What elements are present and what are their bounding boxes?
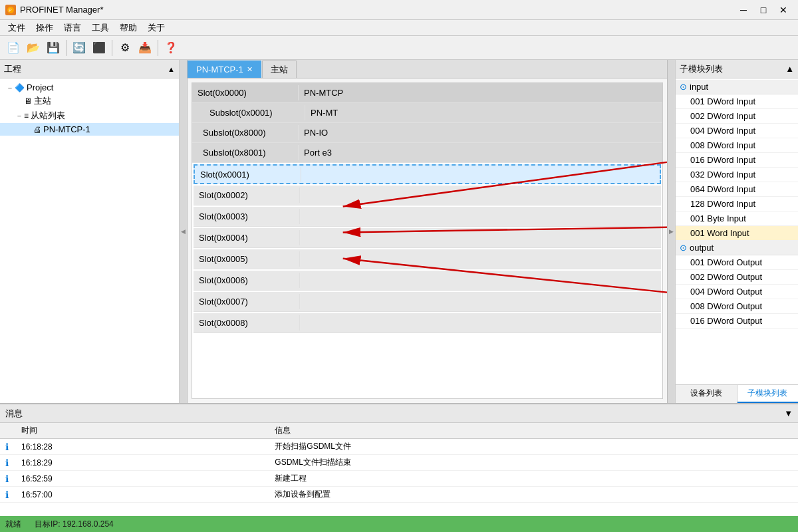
refresh-button[interactable]: 🔄 xyxy=(70,39,88,57)
slot-row-0x0008[interactable]: Slot(0x0008) xyxy=(194,313,661,333)
slot-row-0x0007[interactable]: Slot(0x0007) xyxy=(194,292,661,312)
msg-col-icon xyxy=(0,423,16,439)
sm-item-008-dword-input[interactable]: 008 DWord Input xyxy=(676,138,798,153)
help-button[interactable]: ❓ xyxy=(162,39,180,57)
expand-project[interactable]: − xyxy=(5,84,15,92)
tab-pn-mtcp-1-close[interactable]: ✕ xyxy=(247,65,253,74)
msg-row-4: ℹ 16:57:00 添加设备到配置 xyxy=(0,487,798,503)
stop-button[interactable]: ⬛ xyxy=(90,39,108,57)
right-panel-tabs: 设备列表 子模块列表 xyxy=(676,384,798,403)
slot-row-0x0002[interactable]: Slot(0x0002) xyxy=(194,186,661,205)
message-panel-collapse[interactable]: ▼ xyxy=(784,408,793,418)
sm-item-016-dword-input[interactable]: 016 DWord Input xyxy=(676,153,798,168)
open-button[interactable]: 📂 xyxy=(24,39,43,57)
save-button[interactable]: 💾 xyxy=(44,39,63,57)
menu-item-工具[interactable]: 工具 xyxy=(86,21,114,35)
menu-item-关于[interactable]: 关于 xyxy=(142,21,170,35)
msg-row-1: ℹ 16:18:28 开始扫描GSDML文件 xyxy=(0,439,798,455)
slot-row-0x0000[interactable]: Slot(0x0000) PN-MTCP xyxy=(192,83,662,103)
subslot-row-0x8001[interactable]: Subslot(0x8001) Port e3 xyxy=(192,143,662,163)
slot-row-0x0004[interactable]: Slot(0x0004) xyxy=(194,228,661,248)
svg-text:P: P xyxy=(9,8,12,13)
status-ready: 就绪 xyxy=(5,519,21,530)
new-button[interactable]: 📄 xyxy=(4,39,23,57)
subslot-val-0x0001: PN-MT xyxy=(305,105,662,120)
menu-item-帮助[interactable]: 帮助 xyxy=(114,21,142,35)
tab-pn-mtcp-1[interactable]: PN-MTCP-1 ✕ xyxy=(188,61,261,78)
expand-slave-list[interactable]: − xyxy=(15,112,24,120)
sm-item-004-dword-output[interactable]: 004 DWord Output xyxy=(676,285,798,299)
import-button[interactable]: 📥 xyxy=(136,39,154,57)
status-bar: 就绪 目标IP: 192.168.0.254 xyxy=(0,516,798,532)
minimize-button[interactable]: ─ xyxy=(734,3,753,17)
slot-val-0x0004 xyxy=(300,235,661,241)
slot-val-0x0007 xyxy=(300,299,661,305)
message-scroll[interactable]: 时间 信息 ℹ 16:18:28 开始扫描GSDML文件 ℹ 16:18:29 … xyxy=(0,423,798,516)
sm-item-016-dword-output[interactable]: 016 DWord Output xyxy=(676,314,798,329)
sm-item-004-dword-input[interactable]: 004 DWord Input xyxy=(676,124,798,138)
sm-item-002-dword-output[interactable]: 002 DWord Output xyxy=(676,270,798,285)
right-panel-resize[interactable]: ▶ xyxy=(667,60,675,403)
maximize-button[interactable]: □ xyxy=(754,3,773,17)
submodule-panel-collapse[interactable]: ▲ xyxy=(785,64,794,74)
sm-item-001-dword-output[interactable]: 001 DWord Output xyxy=(676,255,798,270)
output-group-header[interactable]: ⊙ output xyxy=(676,241,798,255)
slot-row-0x0005[interactable]: Slot(0x0005) xyxy=(194,249,661,269)
target-ip-label: 目标IP: xyxy=(35,519,61,529)
msg-text-1: 开始扫描GSDML文件 xyxy=(269,439,798,455)
project-panel-collapse[interactable]: ▲ xyxy=(168,65,175,73)
slot-container: Slot(0x0000) PN-MTCP Subslot(0x0001) PN-… xyxy=(192,82,663,399)
sm-item-032-dword-input[interactable]: 032 DWord Input xyxy=(676,168,798,182)
close-button[interactable]: ✕ xyxy=(774,3,793,17)
rp-tab-device-list[interactable]: 设备列表 xyxy=(676,385,737,403)
sm-item-064-dword-input[interactable]: 064 DWord Input xyxy=(676,182,798,197)
status-target-ip: 目标IP: 192.168.0.254 xyxy=(35,519,114,530)
sm-item-002-dword-input[interactable]: 002 DWord Input xyxy=(676,109,798,124)
project-tree: − 🔷 Project 🖥 主站 − ≡ 从站列表 🖨 PN-MTCP- xyxy=(0,78,179,403)
msg-time-2: 16:18:29 xyxy=(16,455,269,471)
subslot-row-0x8000[interactable]: Subslot(0x8000) PN-IO xyxy=(192,123,662,143)
sm-item-001-dword-input[interactable]: 001 DWord Input xyxy=(676,94,798,109)
bottom-panel: 消息 ▼ 时间 信息 ℹ 16:18:28 开始扫描GSDML文件 ℹ 16 xyxy=(0,403,798,516)
project-panel-title: 工程 xyxy=(4,63,21,75)
expand-master[interactable] xyxy=(15,97,24,105)
tree-item-slave-list[interactable]: − ≡ 从站列表 xyxy=(0,108,179,123)
tab-master[interactable]: 主站 xyxy=(262,61,297,78)
msg-icon-2: ℹ xyxy=(0,455,16,471)
sm-item-001-word-input[interactable]: 001 Word Input xyxy=(676,226,798,241)
sm-item-008-dword-output[interactable]: 008 DWord Output xyxy=(676,299,798,314)
message-panel-title: 消息 xyxy=(5,408,23,420)
tree-item-pn-mtcp-1[interactable]: 🖨 PN-MTCP-1 xyxy=(0,123,179,136)
menu-bar: 文件操作语言工具帮助关于 xyxy=(0,20,798,36)
slot-val-0x0006 xyxy=(300,278,661,283)
toolbar-sep-2 xyxy=(112,40,112,56)
msg-icon-3: ℹ xyxy=(0,471,16,487)
toolbar-sep-1 xyxy=(66,40,66,56)
slot-name-0x0001: Slot(0x0001) xyxy=(195,167,301,182)
tree-label-master: 主站 xyxy=(34,95,51,107)
input-group-header[interactable]: ⊙ input xyxy=(676,80,798,94)
expand-pn-mtcp-1[interactable] xyxy=(24,126,33,134)
slot-row-0x0006[interactable]: Slot(0x0006) xyxy=(194,271,661,291)
left-panel-resize[interactable]: ◀ xyxy=(180,60,188,403)
menu-item-操作[interactable]: 操作 xyxy=(31,21,59,35)
rp-tab-submodule-list[interactable]: 子模块列表 xyxy=(737,385,799,403)
tree-item-project[interactable]: − 🔷 Project xyxy=(0,81,179,94)
tree-item-master[interactable]: 🖥 主站 xyxy=(0,94,179,108)
tab-pn-mtcp-1-label: PN-MTCP-1 xyxy=(196,65,243,74)
master-icon: 🖥 xyxy=(24,96,32,106)
subslot-name-0x0001: Subslot(0x0001) xyxy=(199,105,305,120)
submodule-list: ⊙ input 001 DWord Input 002 DWord Input … xyxy=(676,78,798,384)
menu-item-文件[interactable]: 文件 xyxy=(3,21,31,35)
sm-item-128-dword-input[interactable]: 128 DWord Input xyxy=(676,197,798,211)
title-bar: P PROFINET Manager* ─ □ ✕ xyxy=(0,0,798,20)
slot-row-0x0001[interactable]: Slot(0x0001) xyxy=(194,164,661,184)
menu-item-语言[interactable]: 语言 xyxy=(59,21,86,35)
settings-button[interactable]: ⚙ xyxy=(116,39,134,57)
sm-item-001-byte-input[interactable]: 001 Byte Input xyxy=(676,211,798,226)
message-panel-header: 消息 ▼ xyxy=(0,404,798,423)
right-panel: 子模块列表 ▲ ⊙ input 001 DWord Input 002 DWor… xyxy=(675,60,798,403)
subslot-row-0x0001[interactable]: Subslot(0x0001) PN-MT xyxy=(192,103,662,123)
slot-name-0x0000: Slot(0x0000) xyxy=(192,85,299,100)
slot-row-0x0003[interactable]: Slot(0x0003) xyxy=(194,207,661,227)
